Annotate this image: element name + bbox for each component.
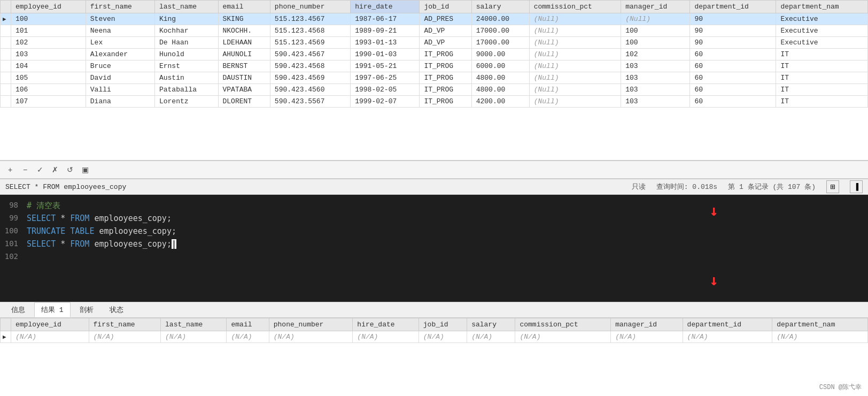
bottom-col-header-phone_number[interactable]: phone_number xyxy=(269,318,353,331)
cell-hire_date: 1999-02-07 xyxy=(351,96,420,108)
table-row[interactable]: 101NeenaKochharNKOCHH.515.123.45681989-0… xyxy=(1,25,868,37)
sql-line-102: 102 xyxy=(0,250,868,262)
col-header-job_id[interactable]: job_id xyxy=(420,1,471,13)
bottom-col-header-department_id[interactable]: department_id xyxy=(683,318,772,331)
cell-commission_pct: (Null) xyxy=(529,60,621,72)
bottom-col-header-manager_id[interactable]: manager_id xyxy=(611,318,683,331)
cell-employee_id: 100 xyxy=(11,13,86,25)
cell-salary: 6000.00 xyxy=(471,60,529,72)
cell-department_nam: IT xyxy=(776,96,868,108)
bottom-col-header-commission_pct[interactable]: commission_pct xyxy=(515,318,611,331)
bottom-cell-email: (N/A) xyxy=(227,331,269,343)
cell-department_nam: IT xyxy=(776,60,868,72)
row-indicator xyxy=(1,72,11,84)
line-number-100: 100 xyxy=(0,225,27,237)
cell-phone_number: 590.423.5567 xyxy=(270,96,350,108)
col-indicator xyxy=(1,1,11,13)
cell-employee_id: 106 xyxy=(11,84,86,96)
bottom-col-header-job_id[interactable]: job_id xyxy=(418,318,467,331)
delete-row-button[interactable]: − xyxy=(19,164,31,176)
refresh-button[interactable]: ↺ xyxy=(64,164,76,176)
grid-view-button[interactable]: ▣ xyxy=(79,164,91,176)
bottom-result-table-container[interactable]: employee_idfirst_namelast_nameemailphone… xyxy=(0,318,868,396)
line-content-98[interactable]: # 清空表 xyxy=(27,199,868,212)
cell-department_nam: Executive xyxy=(776,37,868,49)
table-row[interactable]: 107DianaLorentzDLORENT590.423.55671999-0… xyxy=(1,96,868,108)
cell-phone_number: 515.123.4569 xyxy=(270,37,350,49)
space: * xyxy=(56,214,70,223)
col-header-salary[interactable]: salary xyxy=(471,1,529,13)
cell-phone_number: 515.123.4568 xyxy=(270,25,350,37)
cell-email: VPATABA xyxy=(218,84,270,96)
cell-department_nam: IT xyxy=(776,49,868,60)
keyword-select: SELECT xyxy=(27,214,56,223)
cell-last_name: Ernst xyxy=(154,60,218,72)
table-row[interactable]: 106ValliPataballaVPATABA590.423.45601998… xyxy=(1,84,868,96)
cell-hire_date: 1991-05-21 xyxy=(351,60,420,72)
bottom-table-row[interactable]: ▶(N/A)(N/A)(N/A)(N/A)(N/A)(N/A)(N/A)(N/A… xyxy=(1,331,868,343)
col-header-last_name[interactable]: last_name xyxy=(154,1,218,13)
table-row[interactable]: 104BruceErnstBERNST590.423.45681991-05-2… xyxy=(1,60,868,72)
tab-剖析[interactable]: 剖析 xyxy=(73,302,100,317)
cell-job_id: IT_PROG xyxy=(420,49,471,60)
cell-salary: 9000.00 xyxy=(471,49,529,60)
tab-结果-1[interactable]: 结果 1 xyxy=(34,302,71,317)
bottom-cell-hire_date: (N/A) xyxy=(353,331,418,343)
query-time: 查询时间: 0.018s xyxy=(656,182,717,192)
bottom-col-header-salary[interactable]: salary xyxy=(467,318,515,331)
cancel-button[interactable]: ✗ xyxy=(49,164,61,176)
table-row[interactable]: 102LexDe HaanLDEHAAN515.123.45691993-01-… xyxy=(1,37,868,49)
cell-department_id: 90 xyxy=(690,25,776,37)
line-content-99[interactable]: SELECT * FROM emplooyees_copy; xyxy=(27,212,868,225)
bottom-col-header-department_nam[interactable]: department_nam xyxy=(772,318,868,331)
line-content-100[interactable]: TRUNCATE TABLE emplooyees_copy; xyxy=(27,225,868,238)
cell-department_nam: IT xyxy=(776,72,868,84)
bottom-cell-department_id: (N/A) xyxy=(683,331,772,343)
red-arrow-down: ↓ xyxy=(709,269,718,293)
table-toolbar: + − ✓ ✗ ↺ ▣ xyxy=(0,161,868,179)
col-header-hire_date[interactable]: hire_date xyxy=(351,1,420,13)
col-header-commission_pct[interactable]: commission_pct xyxy=(529,1,621,13)
col-header-first_name[interactable]: first_name xyxy=(86,1,154,13)
grid-icon-button[interactable]: ⊞ xyxy=(826,180,839,193)
confirm-button[interactable]: ✓ xyxy=(34,164,46,176)
table-row[interactable]: 103AlexanderHunoldAHUNOLI590.423.4567199… xyxy=(1,49,868,60)
watermark: CSDN @陈弋幸 xyxy=(819,383,862,392)
col-header-phone_number[interactable]: phone_number xyxy=(270,1,350,13)
col-header-department_id[interactable]: department_id xyxy=(690,1,776,13)
line-content-101[interactable]: SELECT * FROM emplooyees_copy;| xyxy=(27,238,868,250)
line-number-98: 98 xyxy=(0,199,27,211)
tab-信息[interactable]: 信息 xyxy=(4,302,32,317)
main-layout: employee_idfirst_namelast_nameemailphone… xyxy=(0,0,868,396)
bottom-col-header-employee_id[interactable]: employee_id xyxy=(11,318,89,331)
bottom-col-header-email[interactable]: email xyxy=(227,318,269,331)
cell-last_name: Lorentz xyxy=(154,96,218,108)
sql-editor[interactable]: 98# 清空表99SELECT * FROM emplooyees_copy;1… xyxy=(0,195,868,302)
sql-line-101: 101SELECT * FROM emplooyees_copy;| xyxy=(0,238,868,250)
keyword-table: TABLE xyxy=(70,226,94,236)
row-indicator xyxy=(1,96,11,108)
row-indicator xyxy=(1,84,11,96)
table-row[interactable]: 105DavidAustinDAUSTIN590.423.45691997-06… xyxy=(1,72,868,84)
cell-manager_id: 103 xyxy=(621,84,690,96)
col-header-manager_id[interactable]: manager_id xyxy=(621,1,690,13)
top-result-table-container[interactable]: employee_idfirst_namelast_nameemailphone… xyxy=(0,0,868,161)
column-icon-button[interactable]: ▐ xyxy=(850,180,863,193)
cell-last_name: Kochhar xyxy=(154,25,218,37)
cell-employee_id: 101 xyxy=(11,25,86,37)
cell-department_id: 60 xyxy=(690,49,776,60)
bottom-col-header-first_name[interactable]: first_name xyxy=(89,318,160,331)
col-header-department_nam[interactable]: department_nam xyxy=(776,1,868,13)
cell-job_id: AD_VP xyxy=(420,37,471,49)
col-header-email[interactable]: email xyxy=(218,1,270,13)
table-row[interactable]: ▶100StevenKingSKING515.123.45671987-06-1… xyxy=(1,13,868,25)
keyword-from-2: FROM xyxy=(70,239,89,249)
tab-状态[interactable]: 状态 xyxy=(103,302,130,317)
col-header-employee_id[interactable]: employee_id xyxy=(11,1,86,13)
bottom-col-header-last_name[interactable]: last_name xyxy=(161,318,227,331)
status-bar: SELECT * FROM emplooyees_copy 只读 查询时间: 0… xyxy=(0,179,868,195)
add-row-button[interactable]: + xyxy=(4,164,16,176)
cell-commission_pct: (Null) xyxy=(529,72,621,84)
cell-email: DLORENT xyxy=(218,96,270,108)
bottom-col-header-hire_date[interactable]: hire_date xyxy=(353,318,418,331)
